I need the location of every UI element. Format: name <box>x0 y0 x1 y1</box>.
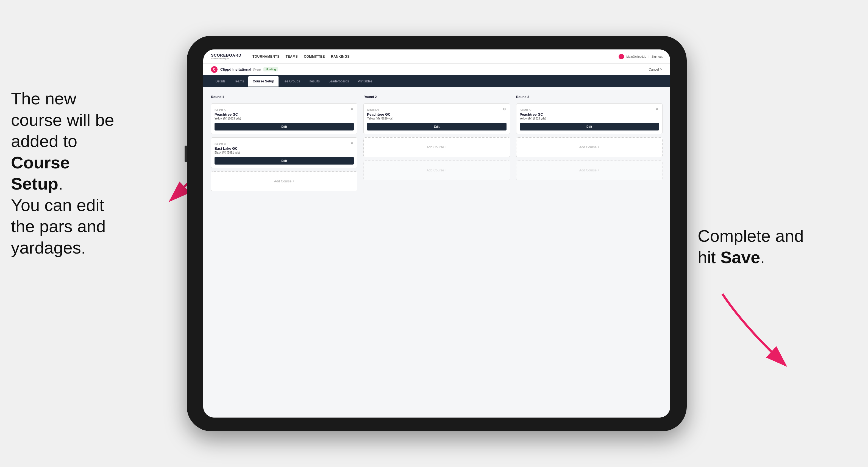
tab-course-setup[interactable]: Course Setup <box>248 76 279 87</box>
tournament-gender: (Men) <box>253 68 261 71</box>
left-text-line5: You can edit <box>11 195 104 215</box>
left-text-line3: added to <box>11 132 77 151</box>
tab-tee-groups[interactable]: Tee Groups <box>279 76 304 87</box>
right-arrow <box>717 286 805 374</box>
tab-bar: Details Teams Course Setup Tee Groups Re… <box>203 75 670 87</box>
right-annotation: Complete and hit Save. <box>698 225 813 268</box>
round-1-add-course-label: Add Course + <box>274 179 294 183</box>
left-text-line7: yardages. <box>11 238 86 257</box>
tab-teams[interactable]: Teams <box>230 76 248 87</box>
round-1-course-b-tee: Black (M) (6891 yds) <box>215 151 354 154</box>
tab-details[interactable]: Details <box>211 76 230 87</box>
nav-items: TOURNAMENTS TEAMS COMMITTEE RANKINGS <box>252 54 610 60</box>
round-3-course-a-name: Peachtree GC <box>520 112 659 117</box>
tab-leaderboards[interactable]: Leaderboards <box>324 76 353 87</box>
round-3-add-course-disabled-label: Add Course + <box>579 168 599 172</box>
right-text-line2-plain: hit <box>698 248 720 267</box>
main-content: Round 1 (Course A) ⊗ Peachtree GC Yellow… <box>203 87 670 417</box>
round-3-course-a-edit-button[interactable]: Edit <box>520 123 659 130</box>
tournament-logo: C <box>211 66 218 73</box>
logo-area: SCOREBOARD Powered by clippd <box>211 53 242 60</box>
round-1-course-a-delete[interactable]: ⊗ <box>349 106 354 111</box>
round-1-course-a-card: (Course A) ⊗ Peachtree GC Yellow (M) (66… <box>211 103 358 134</box>
round-2-course-a-name: Peachtree GC <box>367 112 506 117</box>
sign-out-link[interactable]: Sign out <box>652 55 662 58</box>
round-2-course-a-card: (Course A) ⊗ Peachtree GC Yellow (M) (66… <box>363 103 510 134</box>
nav-tournaments[interactable]: TOURNAMENTS <box>252 54 280 60</box>
round-1-course-b-card: (Course B) ⊗ East Lake GC Black (M) (689… <box>211 137 358 168</box>
round-3-course-a-card: (Course A) ⊗ Peachtree GC Yellow (M) (66… <box>516 103 662 134</box>
left-text-line1: The new <box>11 89 76 108</box>
round-2-course-a-edit-button[interactable]: Edit <box>367 123 506 130</box>
tournament-status-badge: Hosting <box>264 67 278 71</box>
round-2-add-course-button[interactable]: Add Course + <box>363 137 510 157</box>
left-text-line2: course will be <box>11 111 114 129</box>
logo-letter: C <box>213 67 215 71</box>
top-navbar: SCOREBOARD Powered by clippd TOURNAMENTS… <box>203 50 670 64</box>
right-text-period: . <box>760 248 765 267</box>
tab-printables[interactable]: Printables <box>353 76 377 87</box>
logo-scoreboard: SCOREBOARD <box>211 53 242 57</box>
round-3-label: Round 3 <box>516 95 662 99</box>
left-text-bold: Course Setup <box>11 153 70 193</box>
round-1-course-a-edit-button[interactable]: Edit <box>215 123 354 130</box>
round-2-course-a-label: (Course A) <box>367 108 379 111</box>
round-1-course-a-tee: Yellow (M) (6629 yds) <box>215 117 354 120</box>
round-2-course-a-delete[interactable]: ⊗ <box>502 106 507 111</box>
tab-results[interactable]: Results <box>304 76 324 87</box>
round-2-course-a-tee: Yellow (M) (6629 yds) <box>367 117 506 120</box>
round-3-section: Round 3 (Course A) ⊗ Peachtree GC Yellow… <box>516 95 662 191</box>
round-2-add-course-disabled-label: Add Course + <box>427 168 447 172</box>
right-text-bold: Save <box>720 248 760 267</box>
round-1-course-b-label: (Course B) <box>215 143 227 145</box>
left-text-line6: the pars and <box>11 217 106 236</box>
volume-button <box>185 146 187 162</box>
round-1-add-course-button[interactable]: Add Course + <box>211 172 358 191</box>
round-3-course-a-tee: Yellow (M) (6629 yds) <box>520 117 659 120</box>
nav-rankings[interactable]: RANKINGS <box>331 54 350 60</box>
nav-committee[interactable]: COMMITTEE <box>304 54 325 60</box>
tournament-bar: C Clippd Invitational (Men) Hosting Canc… <box>203 64 670 75</box>
left-annotation: The new course will be added to Course S… <box>11 88 126 258</box>
rounds-grid: Round 1 (Course A) ⊗ Peachtree GC Yellow… <box>211 95 662 191</box>
round-1-course-b-name: East Lake GC <box>215 147 354 151</box>
nav-right: blair@clippd.io | Sign out <box>619 54 662 59</box>
round-3-course-a-label: (Course A) <box>520 108 531 111</box>
round-2-add-course-label: Add Course + <box>427 145 447 149</box>
round-1-course-b-delete[interactable]: ⊗ <box>349 141 354 145</box>
round-1-label: Round 1 <box>211 95 358 99</box>
tournament-name: Clippd Invitational <box>220 67 251 71</box>
cancel-button[interactable]: Cancel ✕ <box>649 68 662 71</box>
logo-sub: Powered by clippd <box>211 57 242 60</box>
tablet-device: SCOREBOARD Powered by clippd TOURNAMENTS… <box>187 36 687 431</box>
round-3-course-a-delete[interactable]: ⊗ <box>655 106 659 111</box>
round-2-section: Round 2 (Course A) ⊗ Peachtree GC Yellow… <box>363 95 510 191</box>
round-3-add-course-disabled: Add Course + <box>516 160 662 180</box>
round-2-label: Round 2 <box>363 95 510 99</box>
right-text-line1: Complete and <box>698 226 804 245</box>
nav-teams[interactable]: TEAMS <box>286 54 298 60</box>
round-1-course-b-edit-button[interactable]: Edit <box>215 157 354 164</box>
user-email: blair@clippd.io <box>626 55 646 58</box>
round-3-add-course-button[interactable]: Add Course + <box>516 137 662 157</box>
round-2-add-course-disabled: Add Course + <box>363 160 510 180</box>
tablet-screen: SCOREBOARD Powered by clippd TOURNAMENTS… <box>203 50 670 417</box>
round-1-course-a-name: Peachtree GC <box>215 112 354 117</box>
round-3-add-course-label: Add Course + <box>579 145 599 149</box>
user-avatar <box>619 54 624 59</box>
round-1-section: Round 1 (Course A) ⊗ Peachtree GC Yellow… <box>211 95 358 191</box>
round-1-course-a-label: (Course A) <box>215 108 226 111</box>
